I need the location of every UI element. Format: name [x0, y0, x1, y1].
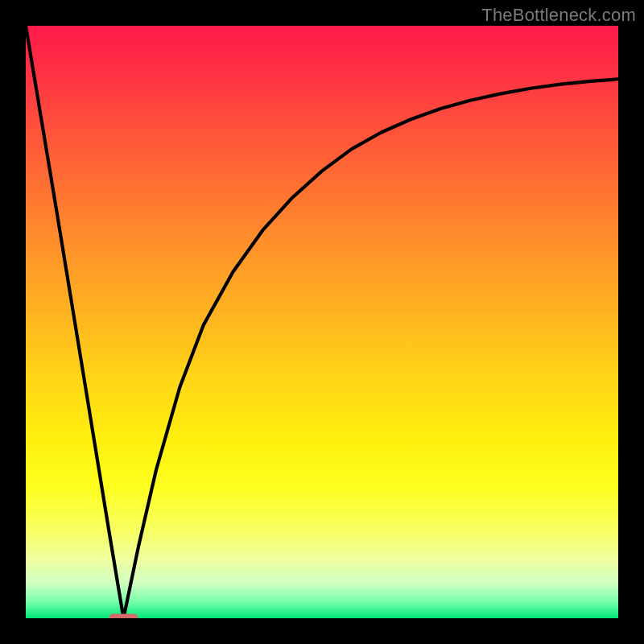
bottleneck-curve-path [26, 26, 618, 618]
watermark-text: TheBottleneck.com [481, 5, 636, 26]
chart-frame: TheBottleneck.com [0, 0, 644, 644]
plot-area [26, 26, 618, 618]
chart-svg [26, 26, 618, 618]
minimum-marker [109, 614, 138, 619]
